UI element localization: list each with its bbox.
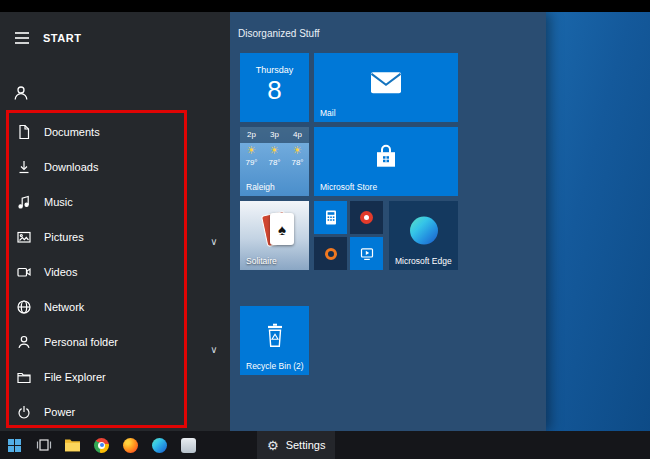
sidebar-item-label: Power: [44, 406, 75, 418]
tile-label: Mail: [320, 108, 336, 118]
sidebar-item-documents[interactable]: Documents: [0, 114, 230, 149]
music-icon: [16, 194, 32, 210]
gear-icon: ⚙: [267, 439, 279, 452]
tile-label: Microsoft Edge: [395, 256, 452, 266]
network-globe-icon: [16, 299, 32, 315]
tile-solitaire[interactable]: ♠ Solitaire: [240, 201, 309, 270]
settings-taskbar-button[interactable]: ⚙ Settings: [257, 431, 335, 459]
top-black-strip: [0, 0, 650, 12]
weather-column: 2p ☀ 79°: [240, 127, 263, 168]
sidebar-item-pictures[interactable]: Pictures: [0, 219, 230, 254]
tile-movies-tv[interactable]: [350, 237, 383, 270]
weather-temp: 79°: [240, 158, 263, 168]
sidebar-item-music[interactable]: Music: [0, 184, 230, 219]
hamburger-menu-icon[interactable]: [14, 31, 30, 45]
recycle-bin-icon: [264, 323, 286, 349]
firefox-button[interactable]: [116, 431, 145, 459]
sidebar-nav-list: Documents Downloads Music Pictures Video…: [0, 114, 230, 429]
screenshot-root: START Documents Downloads Music: [0, 0, 650, 459]
sidebar-item-network[interactable]: Network: [0, 289, 230, 324]
weather-location-label: Raleigh: [246, 182, 275, 192]
tile-groove-music[interactable]: [314, 237, 347, 270]
weather-temp: 78°: [286, 158, 309, 168]
start-menu-header: START: [0, 22, 230, 54]
firefox-icon: [123, 438, 138, 453]
weather-column: 4p ☀ 78°: [286, 127, 309, 168]
start-menu: START Documents Downloads Music: [0, 12, 546, 431]
downloads-icon: [16, 159, 32, 175]
mail-envelope-icon: [370, 71, 402, 94]
scroll-chevron-bottom-icon[interactable]: ∨: [204, 344, 224, 355]
task-view-icon: [36, 437, 52, 453]
tile-mail[interactable]: Mail: [314, 53, 458, 122]
tile-label: Solitaire: [246, 256, 277, 266]
shopping-bag-icon: [373, 144, 399, 170]
tile-microsoft-edge[interactable]: Microsoft Edge: [389, 201, 458, 270]
sidebar-item-label: Documents: [44, 126, 100, 138]
start-menu-sidebar: START Documents Downloads Music: [0, 12, 230, 431]
pictures-icon: [16, 229, 32, 245]
weather-column: 3p ☀ 78°: [263, 127, 286, 168]
movies-tv-icon: [359, 246, 375, 262]
chrome-button[interactable]: [87, 431, 116, 459]
documents-icon: [16, 124, 32, 140]
tile-group-title[interactable]: Disorganized Stuff: [238, 28, 320, 39]
sidebar-item-label: Network: [44, 301, 84, 313]
file-explorer-button[interactable]: [58, 431, 87, 459]
sidebar-item-label: File Explorer: [44, 371, 106, 383]
tile-maps[interactable]: [350, 201, 383, 234]
tile-microsoft-store[interactable]: Microsoft Store: [314, 127, 458, 196]
tile-calendar[interactable]: Thursday 8: [240, 53, 309, 122]
scroll-chevron-top-icon[interactable]: ∨: [204, 236, 224, 247]
playing-card-icon: ♠: [270, 213, 294, 245]
user-avatar-icon[interactable]: [12, 84, 30, 102]
pinned-app-icon: [181, 438, 196, 453]
edge-button[interactable]: [145, 431, 174, 459]
sidebar-item-label: Downloads: [44, 161, 98, 173]
tiles-area: Disorganized Stuff Thursday 8 Mail 2p ☀ …: [230, 12, 546, 431]
weather-temp: 78°: [263, 158, 286, 168]
tile-calculator[interactable]: [314, 201, 347, 234]
chrome-icon: [94, 438, 109, 453]
weather-hour: 2p: [240, 127, 263, 143]
sidebar-item-label: Videos: [44, 266, 77, 278]
sidebar-item-file-explorer[interactable]: File Explorer: [0, 359, 230, 394]
calculator-icon: [323, 209, 339, 226]
edge-icon: [410, 217, 438, 245]
groove-music-icon: [325, 248, 337, 260]
sun-icon: ☀: [286, 143, 309, 158]
windows-start-icon: [8, 439, 21, 452]
weather-hour: 4p: [286, 127, 309, 143]
sun-icon: ☀: [263, 143, 286, 158]
tile-weather[interactable]: 2p ☀ 79° 3p ☀ 78° 4p ☀ 78° Raleigh: [240, 127, 309, 196]
taskbar: ⚙ Settings: [0, 431, 650, 459]
calendar-day-number: 8: [240, 75, 309, 105]
edge-icon: [152, 438, 167, 453]
file-explorer-icon: [64, 438, 81, 452]
tile-recycle-bin[interactable]: Recycle Bin (2): [240, 306, 309, 375]
maps-pin-icon: [360, 211, 373, 224]
sidebar-item-label: Music: [44, 196, 73, 208]
videos-icon: [16, 264, 32, 280]
sidebar-item-downloads[interactable]: Downloads: [0, 149, 230, 184]
power-icon: [16, 404, 32, 420]
sidebar-item-label: Personal folder: [44, 336, 118, 348]
task-view-button[interactable]: [29, 431, 58, 459]
sidebar-item-videos[interactable]: Videos: [0, 254, 230, 289]
sidebar-item-personal-folder[interactable]: Personal folder: [0, 324, 230, 359]
sidebar-item-label: Pictures: [44, 231, 84, 243]
sidebar-item-power[interactable]: Power: [0, 394, 230, 429]
sun-icon: ☀: [240, 143, 263, 158]
tile-label: Microsoft Store: [320, 182, 377, 192]
tile-label: Recycle Bin (2): [246, 361, 304, 371]
start-menu-title: START: [43, 32, 81, 44]
person-icon: [16, 334, 32, 350]
pinned-app-button[interactable]: [174, 431, 203, 459]
weather-hour: 3p: [263, 127, 286, 143]
settings-label: Settings: [286, 439, 326, 451]
calendar-day-name: Thursday: [240, 65, 309, 75]
start-button[interactable]: [0, 431, 29, 459]
folder-icon: [16, 369, 32, 385]
